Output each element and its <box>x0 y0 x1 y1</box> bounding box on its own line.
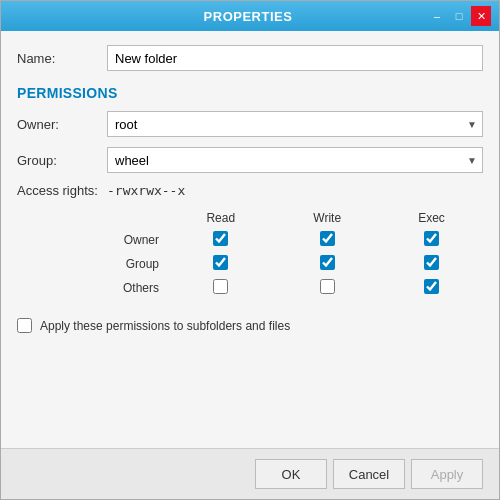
others-row-label: Others <box>107 276 167 300</box>
table-header-write: Write <box>274 208 379 228</box>
owner-label: Owner: <box>17 117 107 132</box>
owner-write-checkbox[interactable] <box>320 231 335 246</box>
owner-row-label: Owner <box>107 228 167 252</box>
cancel-button[interactable]: Cancel <box>333 459 405 489</box>
group-label: Group: <box>17 153 107 168</box>
properties-window: PROPERTIES – □ ✕ Name: PERMISSIONS Owner… <box>0 0 500 500</box>
others-exec-checkbox[interactable] <box>424 279 439 294</box>
table-header-read: Read <box>167 208 274 228</box>
name-label: Name: <box>17 51 107 66</box>
table-row: Others <box>107 276 483 300</box>
subfolders-label: Apply these permissions to subfolders an… <box>40 319 290 333</box>
owner-select-wrapper: root admin user ▼ <box>107 111 483 137</box>
group-read-cell <box>167 252 274 276</box>
maximize-button[interactable]: □ <box>449 6 469 26</box>
others-write-checkbox[interactable] <box>320 279 335 294</box>
group-write-checkbox[interactable] <box>320 255 335 270</box>
group-row-label: Group <box>107 252 167 276</box>
others-write-cell <box>274 276 379 300</box>
title-bar: PROPERTIES – □ ✕ <box>1 1 499 31</box>
others-read-checkbox[interactable] <box>213 279 228 294</box>
subfolders-row: Apply these permissions to subfolders an… <box>17 318 483 333</box>
name-row: Name: <box>17 45 483 71</box>
access-rights-label: Access rights: <box>17 183 107 198</box>
group-exec-cell <box>380 252 483 276</box>
permissions-table: Read Write Exec Owner Group <box>107 208 483 300</box>
group-select-wrapper: wheel staff users ▼ <box>107 147 483 173</box>
permissions-title: PERMISSIONS <box>17 85 483 101</box>
footer: OK Cancel Apply <box>1 448 499 499</box>
others-read-cell <box>167 276 274 300</box>
table-header-exec: Exec <box>380 208 483 228</box>
owner-row: Owner: root admin user ▼ <box>17 111 483 137</box>
group-row: Group: wheel staff users ▼ <box>17 147 483 173</box>
close-button[interactable]: ✕ <box>471 6 491 26</box>
group-read-checkbox[interactable] <box>213 255 228 270</box>
name-input[interactable] <box>107 45 483 71</box>
group-write-cell <box>274 252 379 276</box>
others-exec-cell <box>380 276 483 300</box>
group-exec-checkbox[interactable] <box>424 255 439 270</box>
access-rights-value: -rwxrwx--x <box>107 183 185 198</box>
subfolders-checkbox[interactable] <box>17 318 32 333</box>
table-row: Group <box>107 252 483 276</box>
window-controls: – □ ✕ <box>427 6 491 26</box>
access-rights-row: Access rights: -rwxrwx--x <box>17 183 483 198</box>
owner-select[interactable]: root admin user <box>107 111 483 137</box>
minimize-button[interactable]: – <box>427 6 447 26</box>
owner-read-cell <box>167 228 274 252</box>
owner-read-checkbox[interactable] <box>213 231 228 246</box>
ok-button[interactable]: OK <box>255 459 327 489</box>
window-title: PROPERTIES <box>69 9 427 24</box>
owner-write-cell <box>274 228 379 252</box>
table-header-empty <box>107 208 167 228</box>
apply-button[interactable]: Apply <box>411 459 483 489</box>
owner-exec-checkbox[interactable] <box>424 231 439 246</box>
group-select[interactable]: wheel staff users <box>107 147 483 173</box>
content-area: Name: PERMISSIONS Owner: root admin user… <box>1 31 499 448</box>
table-row: Owner <box>107 228 483 252</box>
owner-exec-cell <box>380 228 483 252</box>
